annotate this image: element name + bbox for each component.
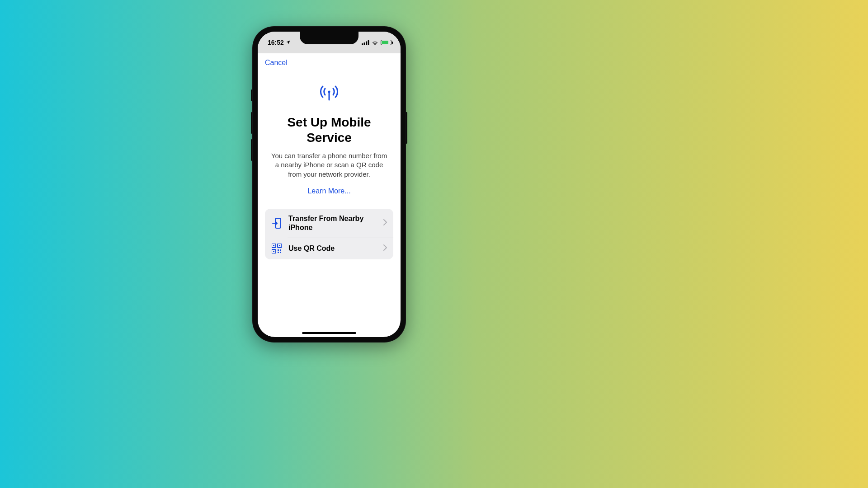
svg-rect-13 — [278, 249, 279, 251]
svg-rect-10 — [279, 245, 280, 246]
option-transfer-nearby[interactable]: Transfer From Nearby iPhone — [265, 209, 393, 238]
svg-rect-2 — [366, 41, 367, 45]
battery-icon — [381, 40, 392, 45]
transfer-in-icon — [271, 218, 282, 229]
main-content: Set Up Mobile Service You can transfer a… — [258, 72, 401, 337]
option-label: Transfer From Nearby iPhone — [288, 214, 377, 232]
option-label: Use QR Code — [288, 244, 377, 253]
chevron-right-icon — [383, 219, 387, 227]
nav-header: Cancel — [258, 53, 401, 72]
page-description: You can transfer a phone number from a n… — [265, 151, 393, 179]
location-icon — [286, 40, 291, 46]
svg-rect-0 — [362, 43, 363, 45]
svg-rect-8 — [273, 245, 274, 246]
status-time: 16:52 — [268, 39, 284, 46]
notch — [300, 32, 359, 44]
learn-more-link[interactable]: Learn More... — [307, 187, 350, 195]
wifi-icon — [372, 40, 378, 45]
page-title: Set Up Mobile Service — [265, 115, 393, 145]
svg-rect-1 — [364, 42, 365, 45]
qr-code-icon — [271, 243, 282, 254]
svg-rect-14 — [280, 249, 281, 251]
option-use-qr-code[interactable]: Use QR Code — [265, 238, 393, 259]
phone-device-frame: 16:52 — [252, 26, 406, 343]
phone-screen: 16:52 — [258, 32, 401, 337]
svg-rect-16 — [280, 252, 281, 253]
options-list: Transfer From Nearby iPhone — [265, 209, 393, 259]
cancel-button[interactable]: Cancel — [265, 59, 288, 66]
svg-rect-12 — [273, 251, 274, 252]
home-indicator[interactable] — [302, 332, 356, 334]
cellular-signal-icon — [362, 40, 369, 45]
antenna-icon — [319, 84, 340, 103]
svg-rect-3 — [368, 40, 369, 45]
svg-rect-15 — [278, 252, 279, 253]
chevron-right-icon — [383, 244, 387, 253]
